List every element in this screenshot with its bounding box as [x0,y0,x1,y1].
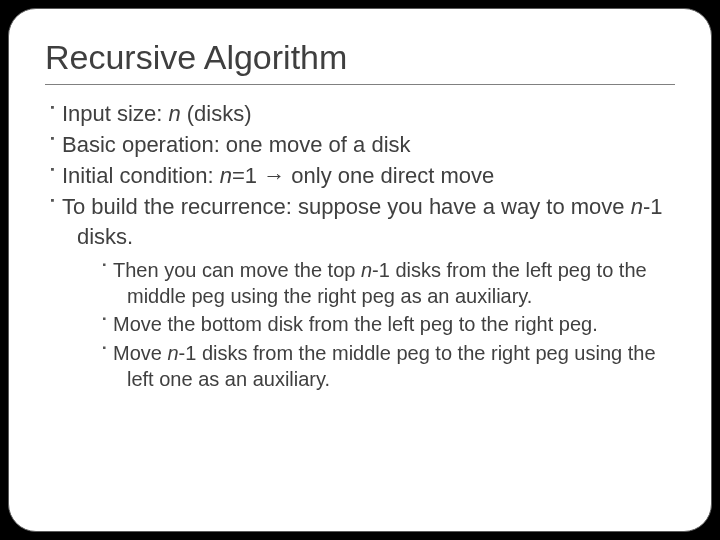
bullet-icon: ་ [99,342,113,364]
bullet-text-post: -1 disks from the middle peg to the righ… [127,342,656,390]
bullet-text-em: n [220,163,232,188]
bullet-icon: ་ [99,259,113,281]
bullet-icon: ་ [47,132,62,157]
bullet-text-pre: Then you can move the top [113,259,361,281]
list-item: ་Move the bottom disk from the left peg … [99,311,675,337]
bullet-icon: ་ [47,101,62,126]
sub-bullet-list: ་Then you can move the top n-1 disks fro… [99,257,675,393]
bullet-text-em: n [168,101,180,126]
bullet-icon: ་ [99,313,113,335]
bullet-text-pre: To build the recurrence: suppose you hav… [62,194,631,219]
list-item: ་To build the recurrence: suppose you ha… [47,192,675,392]
slide-title: Recursive Algorithm [45,39,675,76]
list-item: ་Input size: n (disks) [47,99,675,128]
list-item: ་Then you can move the top n-1 disks fro… [99,257,675,310]
bullet-text-em: n [631,194,643,219]
bullet-text-post: (disks) [181,101,252,126]
list-item: ་Initial condition: n=1 → only one direc… [47,161,675,190]
bullet-text-pre: Move [113,342,167,364]
list-item: ་Basic operation: one move of a disk [47,130,675,159]
bullet-text-post: =1 → only one direct move [232,163,494,188]
bullet-icon: ་ [47,194,62,219]
bullet-text-pre: Initial condition: [62,163,220,188]
main-bullet-list: ་Input size: n (disks) ་Basic operation:… [47,99,675,392]
slide-frame: Recursive Algorithm ་Input size: n (disk… [8,8,712,532]
title-rule [45,84,675,85]
bullet-text-pre: Input size: [62,101,168,126]
bullet-text-em: n [361,259,372,281]
bullet-text-pre: Move the bottom disk from the left peg t… [113,313,598,335]
bullet-text-em: n [167,342,178,364]
bullet-text-pre: Basic operation: one move of a disk [62,132,411,157]
bullet-icon: ་ [47,163,62,188]
list-item: ་Move n-1 disks from the middle peg to t… [99,340,675,393]
